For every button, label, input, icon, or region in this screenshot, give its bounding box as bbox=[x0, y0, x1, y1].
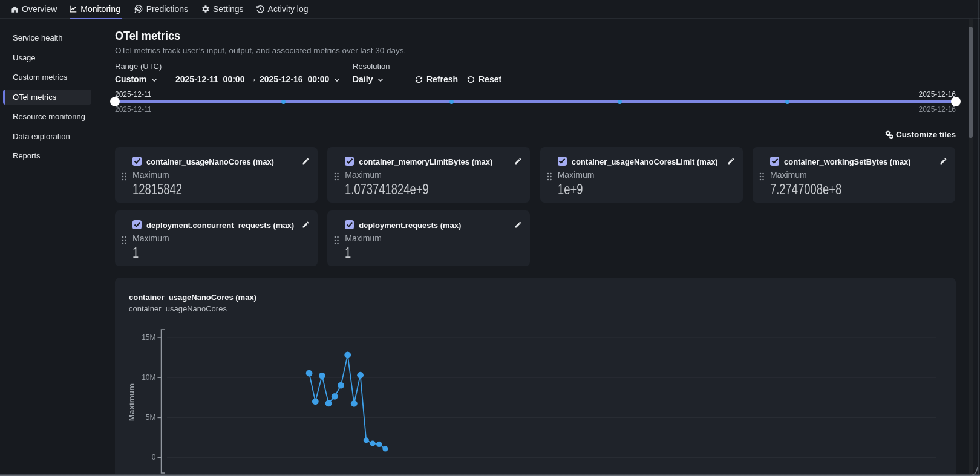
svg-text:0: 0 bbox=[152, 453, 156, 461]
svg-text:Maximum: Maximum bbox=[127, 383, 136, 421]
svg-text:10M: 10M bbox=[142, 373, 155, 382]
svg-text:15M: 15M bbox=[142, 333, 155, 342]
svg-text:5M: 5M bbox=[146, 413, 156, 422]
